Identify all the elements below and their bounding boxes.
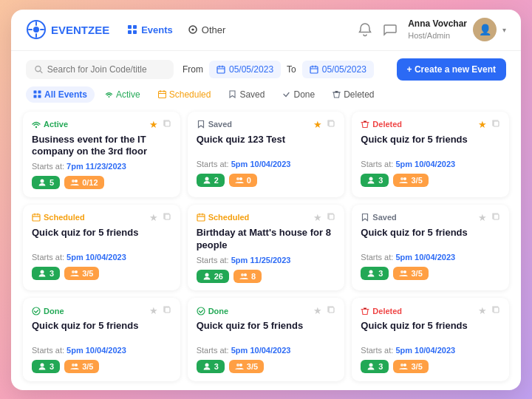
copy-icon[interactable] [327, 305, 335, 316]
copy-icon[interactable] [163, 119, 171, 130]
status-label: Saved [208, 120, 232, 129]
copy-icon[interactable] [163, 305, 171, 316]
star-icon[interactable]: ★ [149, 305, 158, 316]
event-card-1[interactable]: Active ★ Business event for the IT compa… [23, 112, 180, 197]
filter-all-events[interactable]: All Events [26, 86, 95, 103]
svg-point-18 [41, 180, 44, 183]
event-card-2[interactable]: Saved ★ Quick quiz 123 Test Starts at: 5… [188, 112, 345, 197]
card-header: Active ★ [32, 119, 171, 130]
messages-icon[interactable] [383, 22, 398, 37]
svg-point-27 [400, 177, 403, 180]
slots-value: 0/12 [82, 178, 98, 187]
slots-badge: 3/5 [64, 267, 99, 280]
filter-saved[interactable]: Saved [221, 86, 272, 103]
svg-rect-53 [494, 307, 499, 313]
check-icon [282, 90, 290, 98]
star-icon[interactable]: ★ [313, 305, 322, 316]
slots-value: 3/5 [411, 176, 422, 185]
event-card-9[interactable]: Deleted ★ Quick quiz for 5 friends Start… [352, 298, 509, 381]
svg-rect-35 [329, 214, 334, 219]
card-header: Deleted ★ [361, 119, 500, 130]
copy-icon[interactable] [327, 119, 335, 130]
trash-icon [332, 90, 341, 98]
card-time: Starts at: 5pm 10/04/2023 [361, 253, 500, 262]
svg-rect-10 [34, 91, 37, 94]
svg-rect-44 [165, 307, 170, 313]
header-right: Anna Vovchar Host/Admin 👤 ▾ [358, 18, 506, 41]
svg-point-52 [239, 364, 242, 366]
event-card-8[interactable]: Done ★ Quick quiz for 5 friends Starts a… [188, 298, 345, 381]
event-card-6[interactable]: Saved ★ Quick quiz for 5 friends Starts … [352, 205, 509, 290]
card-time: Starts at: 5pm 10/04/2023 [197, 346, 336, 355]
user-name: Anna Vovchar [408, 18, 467, 30]
star-icon[interactable]: ★ [478, 119, 487, 130]
star-icon[interactable]: ★ [149, 119, 158, 130]
filter-active[interactable]: Active [98, 86, 148, 103]
app-container: EVENTZEE Events Other Anna Vovchar [11, 10, 521, 390]
star-icon[interactable]: ★ [478, 305, 487, 316]
all-events-icon [33, 90, 41, 98]
chevron-down-icon: ▾ [502, 26, 506, 34]
date-to-picker[interactable]: 05/05/2023 [302, 61, 374, 78]
filter-done[interactable]: Done [275, 86, 322, 103]
status-badge: Saved [197, 119, 232, 129]
slots-value: 3/5 [411, 269, 422, 278]
participants-count: 3 [50, 269, 54, 278]
svg-rect-15 [158, 92, 166, 98]
svg-rect-2 [128, 25, 132, 29]
date-to-label: To [287, 64, 296, 75]
svg-point-41 [400, 270, 403, 273]
copy-icon[interactable] [491, 305, 500, 316]
notification-icon[interactable] [358, 22, 372, 37]
star-icon[interactable]: ★ [313, 212, 322, 223]
calendar-from-icon [216, 65, 225, 74]
card-header: Done ★ [32, 305, 171, 316]
logo-icon [26, 19, 47, 40]
svg-point-16 [35, 126, 37, 128]
user-info[interactable]: Anna Vovchar Host/Admin 👤 ▾ [408, 18, 506, 41]
search-box[interactable] [26, 60, 174, 79]
star-icon[interactable]: ★ [149, 212, 158, 223]
copy-icon[interactable] [327, 212, 335, 223]
status-badge: Done [197, 306, 229, 316]
event-card-7[interactable]: Done ★ Quick quiz for 5 friends Starts a… [23, 298, 180, 381]
create-event-button[interactable]: + Create a new Event [397, 58, 506, 81]
slots-badge: 0 [229, 174, 257, 187]
star-icon[interactable]: ★ [478, 212, 487, 223]
slots-value: 3/5 [411, 362, 422, 371]
copy-icon[interactable] [163, 212, 171, 223]
scheduled-calendar-icon [158, 90, 166, 98]
filter-scheduled[interactable]: Scheduled [151, 86, 219, 103]
event-card-4[interactable]: Scheduled ★ Quick quiz for 5 friends Sta… [23, 205, 180, 290]
status-badge: Done [32, 306, 64, 316]
card-actions: ★ [149, 119, 171, 130]
star-icon[interactable]: ★ [313, 119, 322, 130]
participants-badge: 26 [197, 270, 229, 283]
search-icon [35, 65, 43, 74]
slots-value: 0 [247, 176, 251, 185]
card-title: Quick quiz 123 Test [197, 134, 336, 156]
status-badge: Deleted [361, 306, 402, 316]
svg-point-45 [41, 364, 44, 367]
copy-icon[interactable] [491, 119, 500, 130]
date-from-label: From [183, 64, 203, 75]
date-range: From 05/05/2023 To 05/05/2023 [183, 61, 374, 78]
event-card-3[interactable]: Deleted ★ Quick quiz for 5 friends Start… [352, 112, 509, 197]
nav-tab-events[interactable]: Events [127, 21, 173, 38]
participants-count: 3 [378, 269, 383, 278]
date-to-value: 05/05/2023 [322, 64, 366, 75]
svg-rect-9 [310, 66, 318, 73]
status-label: Saved [372, 213, 396, 222]
filter-deleted[interactable]: Deleted [325, 86, 381, 103]
nav-tab-other[interactable]: Other [188, 21, 226, 38]
header: EVENTZEE Events Other Anna Vovchar [11, 10, 521, 51]
event-card-5[interactable]: Scheduled ★ Birthday at Matt's house for… [188, 205, 345, 290]
logo: EVENTZEE [26, 19, 109, 40]
slots-badge: 3/5 [393, 267, 428, 280]
svg-point-1 [33, 27, 39, 33]
toolbar: From 05/05/2023 To 05/05/2023 + Create a… [11, 51, 521, 81]
search-input[interactable] [47, 64, 165, 75]
date-from-picker[interactable]: 05/05/2023 [209, 61, 281, 78]
status-label: Scheduled [44, 213, 85, 222]
copy-icon[interactable] [491, 212, 500, 223]
